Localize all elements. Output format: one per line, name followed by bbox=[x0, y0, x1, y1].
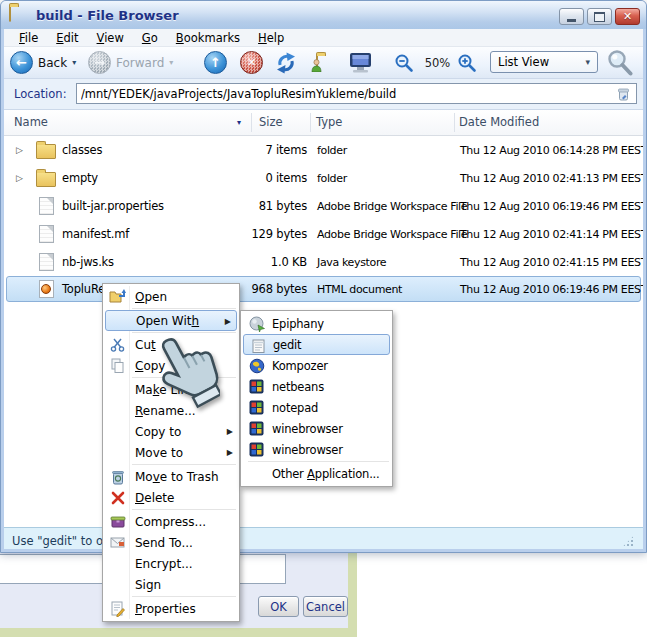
file-type: Adobe Bridge Workspace File bbox=[317, 200, 467, 213]
home-button[interactable] bbox=[316, 50, 318, 75]
computer-icon bbox=[348, 52, 374, 74]
column-header-size[interactable]: Size bbox=[259, 115, 283, 129]
column-header-row: Name Size Type Date Modified bbox=[4, 110, 643, 136]
cancel-button[interactable]: Cancel bbox=[303, 596, 348, 617]
submenu-item-epiphany[interactable]: Epiphany bbox=[242, 313, 391, 334]
background-dialog-edge-bottom bbox=[0, 628, 357, 637]
file-name: manifest.mf bbox=[62, 227, 129, 241]
forward-button[interactable]: Forward bbox=[88, 50, 173, 75]
file-row-classes[interactable]: classes 7 items folder Thu 12 Aug 2010 0… bbox=[4, 136, 643, 164]
back-label: Back bbox=[38, 56, 67, 70]
file-row-nb-jws-ks[interactable]: nb-jws.ks 1.0 KB Java keystore Thu 12 Au… bbox=[4, 248, 643, 276]
menu-item-delete[interactable]: Delete bbox=[104, 487, 238, 508]
menu-item-properties[interactable]: Properties bbox=[104, 598, 238, 619]
maximize-button[interactable] bbox=[587, 8, 612, 25]
menu-go[interactable]: Go bbox=[133, 31, 167, 45]
menu-item-encrypt[interactable]: Encrypt... bbox=[104, 553, 238, 574]
compress-icon bbox=[108, 512, 127, 531]
column-header-date[interactable]: Date Modified bbox=[459, 115, 539, 129]
location-go-icon[interactable] bbox=[617, 87, 630, 102]
menu-item-move-to[interactable]: Move to bbox=[104, 442, 238, 463]
file-row-selected-html[interactable]: TopluResimDegistirYukle1.html 968 bytes … bbox=[4, 275, 643, 303]
menu-edit[interactable]: Edit bbox=[47, 31, 87, 45]
file-name: empty bbox=[62, 171, 98, 185]
menu-item-label: Copy to bbox=[135, 425, 181, 439]
resize-grip[interactable] bbox=[622, 535, 635, 548]
menu-item-compress[interactable]: Compress... bbox=[104, 511, 238, 532]
cut-icon bbox=[108, 335, 127, 354]
forward-dropdown-icon[interactable] bbox=[169, 58, 173, 67]
open-icon bbox=[108, 287, 127, 306]
submenu-item-winebrowser-1[interactable]: winebrowser bbox=[242, 418, 391, 439]
menu-item-open[interactable]: Open bbox=[104, 286, 238, 307]
column-divider[interactable] bbox=[251, 113, 252, 132]
location-input[interactable] bbox=[76, 83, 637, 104]
up-icon bbox=[204, 51, 227, 74]
file-date: Thu 12 Aug 2010 06:14:28 PM EEST bbox=[460, 144, 643, 157]
sort-indicator-icon bbox=[237, 118, 241, 127]
minimize-button[interactable] bbox=[559, 8, 584, 25]
menu-help[interactable]: Help bbox=[249, 31, 293, 45]
refresh-button[interactable] bbox=[274, 50, 298, 75]
epiphany-icon bbox=[247, 314, 266, 333]
submenu-item-notepad[interactable]: notepad bbox=[242, 397, 391, 418]
submenu-item-gedit[interactable]: gedit bbox=[243, 334, 390, 355]
document-icon bbox=[36, 253, 56, 271]
expander-icon[interactable] bbox=[16, 173, 23, 183]
column-divider[interactable] bbox=[454, 113, 455, 132]
submenu-item-netbeans[interactable]: netbeans bbox=[242, 376, 391, 397]
forward-icon bbox=[88, 51, 111, 74]
menu-item-sign[interactable]: Sign bbox=[104, 574, 238, 595]
menu-file[interactable]: File bbox=[10, 31, 47, 45]
menu-item-copy-to[interactable]: Copy to bbox=[104, 421, 238, 442]
zoom-in-button[interactable] bbox=[457, 50, 477, 75]
folder-icon bbox=[36, 169, 56, 187]
zoom-out-button[interactable] bbox=[394, 50, 414, 75]
up-button[interactable] bbox=[204, 50, 227, 75]
column-header-type[interactable]: Type bbox=[316, 115, 342, 129]
file-date: Thu 12 Aug 2010 02:41:13 PM EEST bbox=[460, 172, 643, 185]
document-icon bbox=[36, 197, 56, 215]
title-bar[interactable]: build - File Browser bbox=[1, 1, 646, 29]
file-row-built-jar-properties[interactable]: built-jar.properties 81 bytes Adobe Brid… bbox=[4, 192, 643, 220]
submenu-arrow-icon bbox=[227, 427, 233, 436]
submenu-item-kompozer[interactable]: Kompozer bbox=[242, 355, 391, 376]
zoom-in-icon bbox=[457, 53, 477, 73]
gedit-icon bbox=[249, 336, 268, 355]
menu-bookmarks[interactable]: Bookmarks bbox=[167, 31, 249, 45]
file-size: 129 bytes bbox=[194, 227, 307, 241]
file-row-manifest-mf[interactable]: manifest.mf 129 bytes Adobe Bridge Works… bbox=[4, 220, 643, 248]
close-button[interactable] bbox=[615, 8, 640, 25]
refresh-icon bbox=[274, 51, 298, 75]
column-divider[interactable] bbox=[310, 113, 311, 132]
submenu-item-other-application[interactable]: Other Application... bbox=[242, 463, 391, 484]
ok-button[interactable]: OK bbox=[258, 596, 299, 617]
back-dropdown-icon[interactable] bbox=[72, 58, 76, 67]
back-icon bbox=[10, 51, 33, 74]
search-button[interactable] bbox=[606, 50, 634, 75]
back-button[interactable]: Back bbox=[10, 50, 76, 75]
column-header-name[interactable]: Name bbox=[14, 115, 48, 129]
submenu-arrow-icon bbox=[227, 448, 233, 457]
computer-button[interactable] bbox=[348, 50, 374, 75]
file-row-empty[interactable]: empty 0 items folder Thu 12 Aug 2010 02:… bbox=[4, 164, 643, 192]
stop-button[interactable] bbox=[240, 50, 263, 75]
view-mode-select[interactable]: List View bbox=[490, 51, 598, 73]
file-size: 0 items bbox=[194, 171, 307, 185]
menu-view[interactable]: View bbox=[88, 31, 133, 45]
menu-item-label: Move to bbox=[135, 446, 183, 460]
zoom-out-icon bbox=[394, 53, 414, 73]
menu-item-send-to[interactable]: Send To... bbox=[104, 532, 238, 553]
menu-item-move-to-trash[interactable]: Move to Trash bbox=[104, 466, 238, 487]
file-date: Thu 12 Aug 2010 02:41:14 PM EEST bbox=[460, 228, 643, 241]
copy-icon bbox=[108, 356, 127, 375]
windows-app-icon bbox=[247, 419, 266, 438]
menu-bar: File Edit View Go Bookmarks Help bbox=[4, 29, 643, 47]
expander-icon[interactable] bbox=[16, 145, 23, 155]
submenu-item-winebrowser-2[interactable]: winebrowser bbox=[242, 439, 391, 460]
menu-item-label: Properties bbox=[135, 602, 196, 616]
file-name: built-jar.properties bbox=[62, 199, 164, 213]
hand-cursor bbox=[150, 328, 220, 412]
file-name: classes bbox=[62, 143, 102, 157]
menu-item-label: Send To... bbox=[135, 536, 193, 550]
